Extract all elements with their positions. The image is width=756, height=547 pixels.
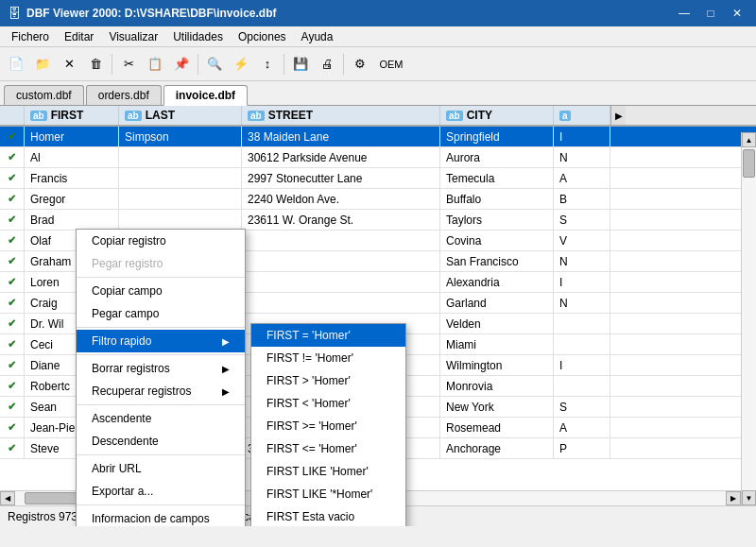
filter-neq[interactable]: FIRST != 'Homer' <box>251 347 405 369</box>
toolbar-copy[interactable]: 📋 <box>143 52 167 77</box>
toolbar-cut[interactable]: ✂ <box>116 52 141 77</box>
menu-visualizar[interactable]: Visualizar <box>101 26 165 46</box>
close-button[interactable]: ✕ <box>726 4 748 23</box>
menu-fichero[interactable]: Fichero <box>4 26 57 46</box>
cell-city: Buffalo <box>440 189 554 209</box>
filter-like-wildcard[interactable]: FIRST LIKE '*Homer' <box>251 483 405 505</box>
filter-submenu: FIRST = 'Homer' FIRST != 'Homer' FIRST >… <box>250 323 406 526</box>
toolbar-sep-1 <box>112 54 112 75</box>
cell-street: 2240 Weldon Ave. <box>242 189 440 209</box>
table-row[interactable]: ✔ Homer Simpson 38 Maiden Lane Springfie… <box>0 127 756 147</box>
table-row[interactable]: ✔ Brad 23611 W. Orange St. Taylors S <box>0 210 756 231</box>
ctx-ascendente[interactable]: Ascendente <box>77 407 245 430</box>
toolbar-new[interactable]: 📄 <box>4 52 28 77</box>
check-cell: ✔ <box>0 334 25 354</box>
filter-lte[interactable]: FIRST <= 'Homer' <box>251 437 405 460</box>
table-row[interactable]: ✔ Gregor 2240 Weldon Ave. Buffalo B <box>0 189 756 210</box>
filter-eq[interactable]: FIRST = 'Homer' <box>251 324 405 347</box>
ctx-copiar-campo[interactable]: Copiar campo <box>77 280 245 302</box>
filter-gte[interactable]: FIRST >= 'Homer' <box>251 415 405 437</box>
ctx-filtro-rapido[interactable]: Filtro rapido ▶ <box>77 330 245 352</box>
cell-city: Taylors <box>440 210 554 230</box>
scroll-left-btn[interactable]: ◀ <box>0 491 15 505</box>
tab-orders[interactable]: orders.dbf <box>86 85 162 105</box>
menu-utilidades[interactable]: Utilidades <box>165 26 231 46</box>
scroll-down-btn[interactable]: ▼ <box>742 490 756 505</box>
toolbar-oem[interactable]: OEM <box>374 52 408 77</box>
ctx-sep-4 <box>77 404 245 405</box>
check-cell: ✔ <box>0 314 25 333</box>
header-city[interactable]: ab CITY <box>440 106 554 125</box>
cell-street <box>242 251 440 271</box>
toolbar-paste[interactable]: 📌 <box>169 52 194 77</box>
ctx-informacion[interactable]: Informacion de campos <box>77 507 245 526</box>
toolbar-open[interactable]: 📁 <box>30 52 55 77</box>
cell-extra: S <box>554 397 610 417</box>
toolbar-settings[interactable]: ⚙ <box>348 52 372 77</box>
cell-street: 30612 Parkside Avenue <box>242 147 440 167</box>
cell-first: Al <box>25 147 119 167</box>
toolbar-sep-2 <box>198 54 198 75</box>
scroll-thumb[interactable] <box>743 149 755 178</box>
scroll-up-btn[interactable]: ▲ <box>742 132 756 147</box>
scroll-right-btn[interactable]: ▶ <box>610 106 626 125</box>
table-row[interactable]: ✔ Francis 2997 Stonecutter Lane Temecula… <box>0 168 756 189</box>
toolbar-sort[interactable]: ↕ <box>255 52 280 77</box>
menu-editar[interactable]: Editar <box>57 26 101 46</box>
window-controls: — □ ✕ <box>673 4 748 23</box>
cell-extra: N <box>554 251 610 271</box>
check-cell: ✔ <box>0 231 25 250</box>
ctx-copiar-registro[interactable]: Copiar registro <box>77 230 245 252</box>
cell-city: New York <box>440 397 554 417</box>
ctx-abrir-url[interactable]: Abrir URL <box>77 457 245 480</box>
tab-invoice[interactable]: invoice.dbf <box>163 85 248 106</box>
ctx-sep-2 <box>77 327 245 328</box>
header-last[interactable]: ab LAST <box>119 106 242 125</box>
maximize-button[interactable]: □ <box>699 4 722 23</box>
cell-street <box>242 272 440 292</box>
cell-street: 23611 W. Orange St. <box>242 210 440 230</box>
ctx-exportar[interactable]: Exportar a... <box>77 480 245 503</box>
vertical-scrollbar[interactable]: ▲ ▼ <box>741 132 756 505</box>
toolbar-delete[interactable]: 🗑 <box>83 52 108 77</box>
ctx-pegar-registro[interactable]: Pegar registro <box>77 252 245 275</box>
minimize-button[interactable]: — <box>673 4 696 23</box>
ctx-sep-5 <box>77 454 245 455</box>
check-cell: ✔ <box>0 438 25 458</box>
header-street[interactable]: ab STREET <box>242 106 440 125</box>
ctx-descendente[interactable]: Descendente <box>77 430 245 453</box>
cell-extra: I <box>554 127 610 146</box>
scroll-right-btn[interactable]: ▶ <box>726 491 741 505</box>
ctx-borrar-registros[interactable]: Borrar registros ▶ <box>77 357 245 380</box>
check-cell: ✔ <box>0 168 25 188</box>
toolbar-search[interactable]: 🔍 <box>202 52 227 77</box>
menu-ayuda[interactable]: Ayuda <box>294 26 341 46</box>
menu-opciones[interactable]: Opciones <box>231 26 294 46</box>
toolbar-print[interactable]: 🖨 <box>315 52 339 77</box>
grid-header: ab FIRST ab LAST ab STREET ab CITY a ▶ <box>0 106 756 127</box>
ctx-recuperar-registros[interactable]: Recuperar registros ▶ <box>77 380 245 402</box>
filter-empty[interactable]: FIRST Esta vacio <box>251 505 405 526</box>
header-extra[interactable]: a <box>554 106 610 125</box>
cell-city: Monrovia <box>440 376 554 396</box>
toolbar-export[interactable]: 💾 <box>288 52 313 77</box>
filter-lt[interactable]: FIRST < 'Homer' <box>251 392 405 415</box>
toolbar-close[interactable]: ✕ <box>57 52 81 77</box>
scroll-h-thumb[interactable] <box>25 492 81 504</box>
title-bar-title: DBF Viewer 2000: D:\VSHARE\DBF\invoice.d… <box>26 7 277 20</box>
filter-gt[interactable]: FIRST > 'Homer' <box>251 369 405 392</box>
filter-like[interactable]: FIRST LIKE 'Homer' <box>251 460 405 483</box>
toolbar-sep-3 <box>284 54 284 75</box>
check-cell: ✔ <box>0 355 25 375</box>
ctx-pegar-campo[interactable]: Pegar campo <box>77 302 245 325</box>
cell-extra: B <box>554 189 610 209</box>
cell-extra: I <box>554 272 610 292</box>
tabs-bar: custom.dbf orders.dbf invoice.dbf <box>0 81 756 106</box>
scroll-track[interactable] <box>742 147 756 490</box>
toolbar-filter[interactable]: ⚡ <box>229 52 253 77</box>
tab-custom[interactable]: custom.dbf <box>4 85 84 105</box>
check-cell: ✔ <box>0 397 25 417</box>
type-badge-first: ab <box>30 111 47 121</box>
table-row[interactable]: ✔ Al 30612 Parkside Avenue Aurora N <box>0 147 756 168</box>
header-first[interactable]: ab FIRST <box>25 106 119 125</box>
